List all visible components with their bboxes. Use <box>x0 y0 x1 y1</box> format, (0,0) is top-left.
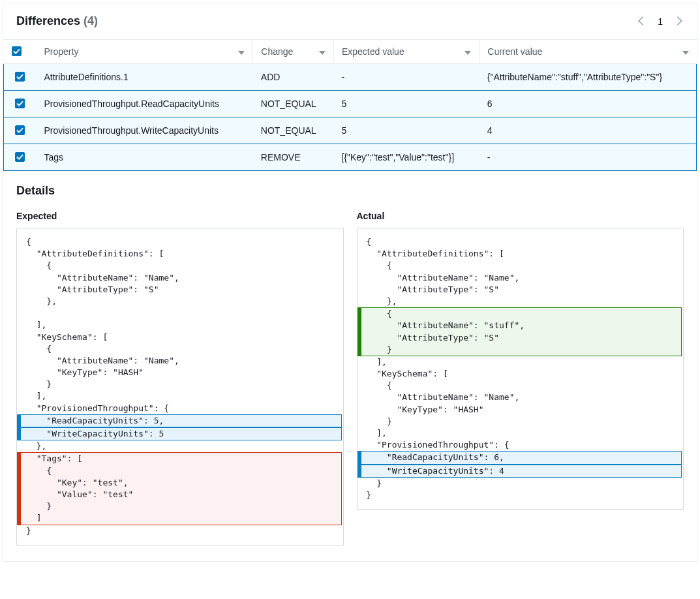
code-line: { <box>358 260 684 271</box>
code-line: "AttributeType": "S" <box>367 332 682 344</box>
cell-current: - <box>479 144 697 171</box>
panel-header: Differences (4) 1 <box>3 3 697 40</box>
code-line: ], <box>358 427 684 439</box>
code-line: { <box>358 236 684 248</box>
next-page-button[interactable] <box>672 14 684 29</box>
chevron-right-icon <box>673 16 682 25</box>
code-line: "AttributeName": "Name", <box>358 392 684 403</box>
code-line: "AttributeName": "Name", <box>17 355 343 367</box>
cell-change: NOT_EQUAL <box>253 117 334 144</box>
differences-table: Property Change Expected value Current v… <box>3 40 697 171</box>
cell-expected: [{"Key":"test","Value":"test"}] <box>333 144 479 171</box>
cell-current: 6 <box>479 91 697 117</box>
column-expected[interactable]: Expected value <box>333 40 479 64</box>
check-icon <box>16 153 23 161</box>
check-icon <box>16 127 23 134</box>
code-line: { <box>17 236 343 248</box>
code-line: } <box>358 489 684 501</box>
sort-icon <box>464 46 471 57</box>
code-line: "Key": "test", <box>26 477 341 489</box>
cell-expected: - <box>333 64 479 91</box>
code-line: } <box>358 416 684 427</box>
table-row[interactable]: ProvisionedThroughput.ReadCapacityUnitsN… <box>4 91 697 117</box>
code-line: { <box>17 343 343 355</box>
cell-current: {"AttributeName":"stuff","AttributeType"… <box>479 64 697 91</box>
code-line: "AttributeDefinitions": [ <box>17 248 343 260</box>
expected-code-box[interactable]: { "AttributeDefinitions": [ { "Attribute… <box>16 228 344 545</box>
differences-panel: Differences (4) 1 Property Change Expect… <box>3 3 697 562</box>
code-line: "KeySchema": [ <box>17 331 343 343</box>
code-line: } <box>26 500 341 512</box>
cell-change: ADD <box>253 64 334 91</box>
code-line <box>17 307 343 319</box>
code-line: "AttributeDefinitions": [ <box>358 248 684 260</box>
code-line: ], <box>358 356 684 368</box>
code-line: ] <box>26 512 341 524</box>
check-icon <box>13 48 20 55</box>
page-number: 1 <box>658 16 663 27</box>
code-line: "Tags": [ <box>26 453 341 465</box>
checkbox[interactable] <box>15 72 25 82</box>
column-current[interactable]: Current value <box>479 40 697 64</box>
diff-added-block: { "AttributeName": "stuff", "AttributeTy… <box>358 307 682 356</box>
checkbox-all[interactable] <box>12 46 22 56</box>
cell-property: ProvisionedThroughput.WriteCapacityUnits <box>37 117 253 144</box>
code-line: ], <box>17 390 343 402</box>
code-line: }, <box>17 296 343 307</box>
code-line: "Value": "test" <box>26 489 341 500</box>
table-row[interactable]: ProvisionedThroughput.WriteCapacityUnits… <box>4 117 697 144</box>
expected-label: Expected <box>16 211 344 221</box>
code-line: "AttributeName": "Name", <box>17 272 343 284</box>
actual-code-box[interactable]: { "AttributeDefinitions": [ { "Attribute… <box>357 228 684 510</box>
panel-title: Differences (4) <box>16 14 98 28</box>
pagination: 1 <box>637 14 684 29</box>
code-line: { <box>26 465 341 477</box>
code-line: "KeySchema": [ <box>358 368 684 380</box>
code-line: { <box>17 260 343 271</box>
title-text: Differences <box>16 14 80 27</box>
cell-expected: 5 <box>333 117 479 144</box>
prev-page-button[interactable] <box>637 14 648 29</box>
diff-changed-line: "WriteCapacityUnits": 4 <box>358 465 682 478</box>
actual-label: Actual <box>357 211 684 221</box>
code-line: }, <box>17 440 343 452</box>
expected-column: Expected { "AttributeDefinitions": [ { "… <box>16 211 344 545</box>
code-line: "ProvisionedThroughput": { <box>358 439 684 451</box>
cell-current: 4 <box>479 117 697 144</box>
diff-removed-block: "Tags": [ { "Key": "test", "Value": "tes… <box>17 452 342 525</box>
table-row[interactable]: AttributeDefinitions.1ADD-{"AttributeNam… <box>4 64 697 91</box>
code-line: "AttributeType": "S" <box>358 284 684 296</box>
cell-property: AttributeDefinitions.1 <box>37 64 253 91</box>
sort-icon <box>682 46 689 57</box>
column-change[interactable]: Change <box>253 40 334 64</box>
cell-expected: 5 <box>333 91 479 117</box>
code-line: "ProvisionedThroughput": { <box>17 403 343 414</box>
sort-icon <box>238 46 245 57</box>
table-row[interactable]: TagsREMOVE[{"Key":"test","Value":"test"}… <box>4 144 697 171</box>
column-property[interactable]: Property <box>37 40 253 64</box>
sort-icon <box>319 46 326 57</box>
code-line: { <box>367 308 682 320</box>
check-icon <box>16 73 23 80</box>
checkbox[interactable] <box>15 125 25 135</box>
code-compare: Expected { "AttributeDefinitions": [ { "… <box>3 203 697 561</box>
diff-changed-line: "ReadCapacityUnits": 6, <box>358 451 682 464</box>
code-line: } <box>367 344 682 356</box>
chevron-left-icon <box>638 16 647 25</box>
code-line: } <box>17 525 343 537</box>
actual-column: Actual { "AttributeDefinitions": [ { "At… <box>357 211 684 545</box>
code-line: "AttributeName": "Name", <box>358 272 684 284</box>
cell-property: ProvisionedThroughput.ReadCapacityUnits <box>37 91 253 117</box>
cell-change: NOT_EQUAL <box>253 91 334 117</box>
title-count: (4) <box>84 14 98 27</box>
check-icon <box>16 100 23 107</box>
checkbox[interactable] <box>15 99 25 108</box>
column-select-all[interactable] <box>4 40 37 64</box>
diff-changed-line: "WriteCapacityUnits": 5 <box>17 427 342 440</box>
code-line: "KeyType": "HASH" <box>358 404 684 416</box>
checkbox[interactable] <box>15 152 25 162</box>
code-line: { <box>358 380 684 392</box>
code-line: } <box>358 478 684 489</box>
details-heading: Details <box>3 171 697 203</box>
diff-changed-line: "ReadCapacityUnits": 5, <box>17 414 342 427</box>
